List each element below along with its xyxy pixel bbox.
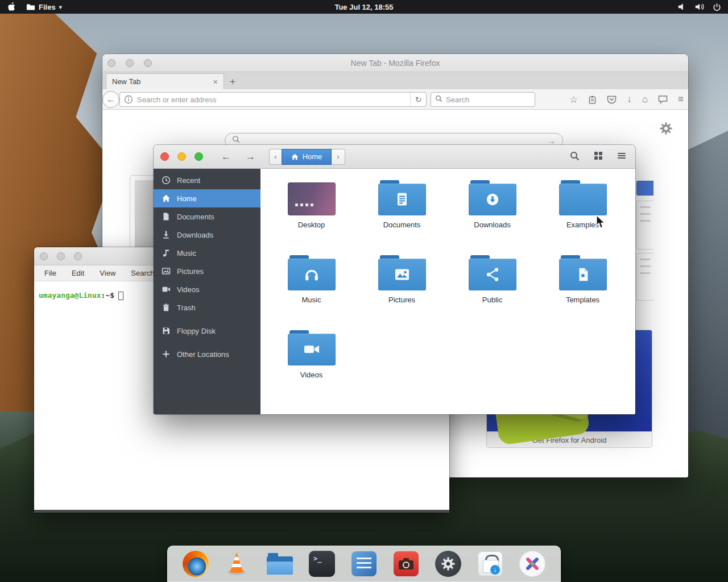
clock[interactable]: Tue Jul 12, 18:55 <box>0 3 728 11</box>
home-icon[interactable]: ⌂ <box>642 94 648 105</box>
dock-files-icon[interactable] <box>266 550 293 577</box>
music-note-icon <box>162 248 171 257</box>
sidebar-item-trash[interactable]: Trash <box>154 298 260 317</box>
sidebar-item-videos[interactable]: Videos <box>154 280 260 298</box>
sidebar-item-home[interactable]: Home <box>154 189 260 207</box>
new-tab-button[interactable]: + <box>224 74 241 89</box>
hamburger-menu-icon[interactable] <box>617 152 626 162</box>
sidebar-item-recent[interactable]: Recent <box>154 171 260 189</box>
path-previous-stub[interactable]: ‹ <box>269 149 282 165</box>
newtab-settings-gear-icon[interactable] <box>659 121 673 138</box>
go-arrow-icon[interactable]: → <box>547 136 556 146</box>
photo-icon <box>162 267 171 276</box>
partial-tile <box>636 253 653 301</box>
volume-icon[interactable] <box>677 3 686 11</box>
folder-icon <box>288 330 336 367</box>
file-item-documents[interactable]: Documents <box>368 180 436 229</box>
file-item-templates[interactable]: Templates <box>549 255 617 304</box>
pocket-icon[interactable] <box>607 95 617 104</box>
download-emblem <box>485 192 500 207</box>
partial-tile <box>636 201 653 250</box>
window-close-button[interactable] <box>40 252 48 260</box>
prompt-symbol: :~$ <box>101 291 114 300</box>
files-window: ← → ‹ Home › <box>154 145 635 414</box>
file-item-downloads[interactable]: Downloads <box>458 180 527 229</box>
dock-vlc-icon[interactable] <box>224 550 251 577</box>
sidebar-item-floppy-disk[interactable]: Floppy Disk <box>154 322 260 340</box>
headerbar-actions <box>570 145 626 169</box>
video-camera-emblem <box>304 342 320 357</box>
grid-view-icon[interactable] <box>594 151 603 163</box>
tab-new-tab[interactable]: New Tab × <box>106 73 224 89</box>
bookmark-star-icon[interactable]: ☆ <box>569 94 578 106</box>
downloads-icon[interactable]: ↓ <box>627 94 632 105</box>
back-button[interactable]: ← <box>221 151 231 163</box>
forward-button[interactable]: → <box>246 151 255 163</box>
dock-text-editor-icon[interactable] <box>350 550 378 577</box>
back-button[interactable]: ← <box>102 91 119 108</box>
clock-icon <box>162 176 171 185</box>
menu-edit[interactable]: Edit <box>72 269 84 277</box>
desktop: New Tab - Mozilla Firefox New Tab × + ← … <box>0 0 728 582</box>
window-maximize-button[interactable] <box>195 152 203 161</box>
chat-icon[interactable] <box>658 95 668 104</box>
terminal-cursor <box>118 292 123 300</box>
firefox-titlebar[interactable]: New Tab - Mozilla Firefox <box>102 54 688 72</box>
prompt-user: umayanga@Linux <box>39 291 101 300</box>
page-info-icon[interactable] <box>124 95 133 104</box>
dock-screenshot-icon[interactable] <box>392 550 420 577</box>
tab-bar: New Tab × + <box>102 72 688 89</box>
urlbar-placeholder: Search or enter address <box>137 95 216 104</box>
file-item-desktop[interactable]: Desktop <box>278 180 346 229</box>
folder-icon <box>559 255 607 292</box>
tab-close-icon[interactable]: × <box>213 77 218 86</box>
dock-firefox-icon[interactable] <box>182 550 209 577</box>
home-icon <box>162 194 171 203</box>
share-emblem <box>485 267 500 282</box>
search-icon[interactable] <box>570 151 580 163</box>
window-minimize-button[interactable] <box>57 252 65 260</box>
path-next-stub[interactable]: › <box>332 149 345 165</box>
dock-terminal-icon[interactable]: >_ <box>308 550 336 577</box>
reload-button[interactable]: ↻ <box>410 93 426 106</box>
reader-clipboard-icon[interactable] <box>588 95 597 105</box>
folder-icon <box>378 255 426 292</box>
dock-software-store-icon[interactable]: ↓ <box>477 550 504 577</box>
hamburger-menu-icon[interactable]: ≡ <box>678 94 684 105</box>
file-item-videos[interactable]: Videos <box>278 330 346 379</box>
floppy-icon <box>162 326 171 335</box>
video-icon <box>162 285 171 294</box>
navigation-toolbar: ← Search or enter address ↻ Search ☆ <box>102 89 688 110</box>
file-item-pictures[interactable]: Pictures <box>368 255 436 304</box>
gear-icon <box>440 556 456 572</box>
file-item-public[interactable]: Public <box>458 255 527 304</box>
sidebar-item-music[interactable]: Music <box>154 244 260 262</box>
template-emblem <box>576 267 590 282</box>
dock-settings-icon[interactable] <box>435 550 462 577</box>
headphones-emblem <box>304 268 320 281</box>
menu-file[interactable]: File <box>44 269 56 277</box>
menu-view[interactable]: View <box>100 269 115 277</box>
sidebar-item-other-locations[interactable]: Other Locations <box>154 345 260 363</box>
trash-icon <box>162 303 171 312</box>
dock-games-icon[interactable] <box>519 550 546 577</box>
menu-search[interactable]: Search <box>131 269 154 277</box>
breadcrumb-home-button[interactable]: Home <box>282 149 332 165</box>
tab-label: New Tab <box>112 77 140 86</box>
breadcrumb-label: Home <box>303 152 322 161</box>
file-item-music[interactable]: Music <box>278 255 346 304</box>
window-close-button[interactable] <box>160 152 169 161</box>
file-item-examples[interactable]: Examples <box>549 180 617 229</box>
camera-icon <box>398 557 415 571</box>
sound-icon[interactable] <box>694 3 705 11</box>
files-headerbar[interactable]: ← → ‹ Home › <box>154 145 635 169</box>
sidebar-item-downloads[interactable]: Downloads <box>154 226 260 244</box>
sidebar-item-documents[interactable]: Documents <box>154 207 260 226</box>
search-bar[interactable]: Search <box>431 92 535 107</box>
download-badge-icon: ↓ <box>490 565 500 575</box>
url-bar[interactable]: Search or enter address ↻ <box>119 92 427 107</box>
power-icon[interactable] <box>713 3 721 11</box>
window-maximize-button[interactable] <box>74 252 82 260</box>
sidebar-item-pictures[interactable]: Pictures <box>154 262 260 280</box>
window-minimize-button[interactable] <box>177 152 186 161</box>
